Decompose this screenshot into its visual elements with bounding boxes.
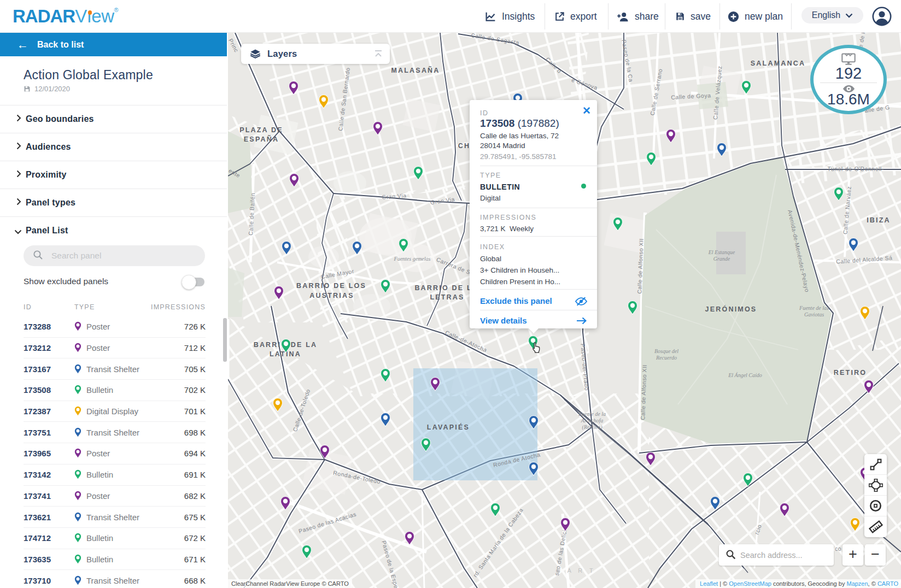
svg-text:Tunel-de-O'Donnell-: Tunel-de-O'Donnell- xyxy=(827,166,884,172)
svg-text:co: co xyxy=(835,545,841,552)
svg-text:JERÓNIMOS: JERÓNIMOS xyxy=(705,305,757,313)
svg-text:LETRAS: LETRAS xyxy=(430,293,464,301)
svg-text:Fuentes gemelas: Fuentes gemelas xyxy=(394,256,431,262)
svg-text:ESPAÑA: ESPAÑA xyxy=(244,135,279,143)
svg-text:RETIRO: RETIRO xyxy=(834,369,867,377)
svg-text:El Estanque: El Estanque xyxy=(708,249,735,255)
svg-text:Bosque del: Bosque del xyxy=(654,348,678,354)
svg-text:Recuerdo: Recuerdo xyxy=(656,355,677,361)
svg-text:CH: CH xyxy=(458,142,470,150)
svg-text:Grande: Grande xyxy=(713,256,730,262)
svg-text:(Réplica): (Réplica) xyxy=(582,424,602,431)
svg-text:MALASAÑA: MALASAÑA xyxy=(391,66,440,74)
svg-text:IBIZA: IBIZA xyxy=(867,216,891,224)
svg-text:Gaviotas: Gaviotas xyxy=(804,311,824,317)
svg-text:C A R T: C A R T xyxy=(556,567,596,574)
svg-text:BARRIO DE LOS: BARRIO DE LOS xyxy=(296,282,366,290)
svg-text:LAVAPIÉS: LAVAPIÉS xyxy=(427,423,470,431)
svg-text:El Ángel Caído: El Ángel Caído xyxy=(728,372,762,378)
svg-text:AUSTRIAS: AUSTRIAS xyxy=(309,292,354,299)
svg-text:Fuente de las: Fuente de las xyxy=(799,305,829,311)
svg-text:Alcachofa: Alcachofa xyxy=(581,418,604,424)
svg-text:Fuente de la: Fuente de la xyxy=(578,411,606,417)
svg-text:SALAMANCA: SALAMANCA xyxy=(751,60,805,67)
svg-text:PLAZA DE: PLAZA DE xyxy=(239,126,283,134)
